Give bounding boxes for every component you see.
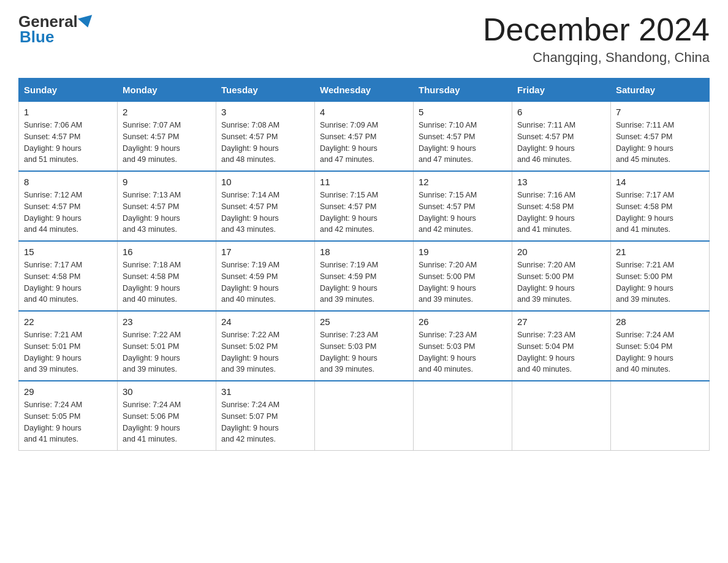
header-cell-wednesday: Wednesday	[315, 79, 414, 102]
day-info: Sunrise: 7:06 AM Sunset: 4:57 PM Dayligh…	[24, 120, 112, 166]
day-info: Sunrise: 7:14 AM Sunset: 4:57 PM Dayligh…	[221, 190, 309, 236]
day-number: 4	[320, 107, 408, 117]
header-row: SundayMondayTuesdayWednesdayThursdayFrid…	[19, 79, 710, 102]
day-number: 7	[616, 107, 704, 117]
logo-blue-text: Blue	[20, 28, 54, 46]
day-cell: 8 Sunrise: 7:12 AM Sunset: 4:57 PM Dayli…	[19, 171, 118, 241]
week-row-4: 22 Sunrise: 7:21 AM Sunset: 5:01 PM Dayl…	[19, 311, 710, 381]
header-cell-friday: Friday	[512, 79, 611, 102]
day-info: Sunrise: 7:17 AM Sunset: 4:58 PM Dayligh…	[24, 259, 112, 305]
day-cell	[315, 381, 414, 451]
day-number: 1	[24, 107, 112, 117]
day-number: 25	[320, 316, 408, 327]
header-cell-sunday: Sunday	[19, 79, 118, 102]
day-number: 16	[123, 247, 211, 257]
day-cell: 29 Sunrise: 7:24 AM Sunset: 5:05 PM Dayl…	[19, 381, 118, 451]
day-cell: 28 Sunrise: 7:24 AM Sunset: 5:04 PM Dayl…	[611, 311, 710, 381]
day-number: 19	[419, 247, 507, 257]
day-info: Sunrise: 7:24 AM Sunset: 5:05 PM Dayligh…	[24, 399, 112, 445]
day-number: 22	[24, 316, 112, 327]
day-cell: 26 Sunrise: 7:23 AM Sunset: 5:03 PM Dayl…	[414, 311, 512, 381]
day-cell: 20 Sunrise: 7:20 AM Sunset: 5:00 PM Dayl…	[512, 241, 611, 311]
day-cell: 23 Sunrise: 7:22 AM Sunset: 5:01 PM Dayl…	[118, 311, 216, 381]
day-number: 12	[419, 177, 507, 187]
day-info: Sunrise: 7:12 AM Sunset: 4:57 PM Dayligh…	[24, 190, 112, 236]
day-info: Sunrise: 7:21 AM Sunset: 5:01 PM Dayligh…	[24, 329, 112, 375]
header-cell-thursday: Thursday	[414, 79, 512, 102]
day-cell	[414, 381, 512, 451]
logo: General Blue	[18, 12, 95, 47]
day-number: 3	[221, 107, 309, 117]
day-cell: 1 Sunrise: 7:06 AM Sunset: 4:57 PM Dayli…	[19, 102, 118, 172]
day-cell	[512, 381, 611, 451]
day-cell: 3 Sunrise: 7:08 AM Sunset: 4:57 PM Dayli…	[216, 102, 315, 172]
calendar-body: 1 Sunrise: 7:06 AM Sunset: 4:57 PM Dayli…	[19, 102, 710, 451]
day-info: Sunrise: 7:23 AM Sunset: 5:04 PM Dayligh…	[517, 329, 605, 375]
day-cell: 5 Sunrise: 7:10 AM Sunset: 4:57 PM Dayli…	[414, 102, 512, 172]
day-cell: 16 Sunrise: 7:18 AM Sunset: 4:58 PM Dayl…	[118, 241, 216, 311]
day-number: 30	[123, 386, 211, 397]
calendar-month-year: December 2024	[483, 12, 710, 47]
day-info: Sunrise: 7:13 AM Sunset: 4:57 PM Dayligh…	[123, 190, 211, 236]
header-cell-tuesday: Tuesday	[216, 79, 315, 102]
week-row-5: 29 Sunrise: 7:24 AM Sunset: 5:05 PM Dayl…	[19, 381, 710, 451]
day-number: 21	[616, 247, 704, 257]
day-number: 28	[616, 316, 704, 327]
day-cell: 19 Sunrise: 7:20 AM Sunset: 5:00 PM Dayl…	[414, 241, 512, 311]
day-cell: 24 Sunrise: 7:22 AM Sunset: 5:02 PM Dayl…	[216, 311, 315, 381]
day-info: Sunrise: 7:23 AM Sunset: 5:03 PM Dayligh…	[320, 329, 408, 375]
day-info: Sunrise: 7:11 AM Sunset: 4:57 PM Dayligh…	[616, 120, 704, 166]
day-cell: 6 Sunrise: 7:11 AM Sunset: 4:57 PM Dayli…	[512, 102, 611, 172]
day-info: Sunrise: 7:08 AM Sunset: 4:57 PM Dayligh…	[221, 120, 309, 166]
day-info: Sunrise: 7:18 AM Sunset: 4:58 PM Dayligh…	[123, 259, 211, 305]
calendar-table: SundayMondayTuesdayWednesdayThursdayFrid…	[18, 78, 710, 451]
day-cell: 12 Sunrise: 7:15 AM Sunset: 4:57 PM Dayl…	[414, 171, 512, 241]
day-info: Sunrise: 7:11 AM Sunset: 4:57 PM Dayligh…	[517, 120, 605, 166]
day-cell: 2 Sunrise: 7:07 AM Sunset: 4:57 PM Dayli…	[118, 102, 216, 172]
day-cell: 30 Sunrise: 7:24 AM Sunset: 5:06 PM Dayl…	[118, 381, 216, 451]
day-info: Sunrise: 7:23 AM Sunset: 5:03 PM Dayligh…	[419, 329, 507, 375]
day-info: Sunrise: 7:16 AM Sunset: 4:58 PM Dayligh…	[517, 190, 605, 236]
day-cell: 10 Sunrise: 7:14 AM Sunset: 4:57 PM Dayl…	[216, 171, 315, 241]
day-number: 26	[419, 316, 507, 327]
day-info: Sunrise: 7:10 AM Sunset: 4:57 PM Dayligh…	[419, 120, 507, 166]
day-number: 5	[419, 107, 507, 117]
day-info: Sunrise: 7:22 AM Sunset: 5:02 PM Dayligh…	[221, 329, 309, 375]
day-cell: 9 Sunrise: 7:13 AM Sunset: 4:57 PM Dayli…	[118, 171, 216, 241]
calendar-location: Changqing, Shandong, China	[483, 50, 710, 66]
day-info: Sunrise: 7:19 AM Sunset: 4:59 PM Dayligh…	[221, 259, 309, 305]
day-number: 29	[24, 386, 112, 397]
week-row-2: 8 Sunrise: 7:12 AM Sunset: 4:57 PM Dayli…	[19, 171, 710, 241]
day-cell: 15 Sunrise: 7:17 AM Sunset: 4:58 PM Dayl…	[19, 241, 118, 311]
day-info: Sunrise: 7:07 AM Sunset: 4:57 PM Dayligh…	[123, 120, 211, 166]
day-number: 27	[517, 316, 605, 327]
day-info: Sunrise: 7:24 AM Sunset: 5:04 PM Dayligh…	[616, 329, 704, 375]
day-cell	[611, 381, 710, 451]
week-row-3: 15 Sunrise: 7:17 AM Sunset: 4:58 PM Dayl…	[19, 241, 710, 311]
day-number: 24	[221, 316, 309, 327]
day-info: Sunrise: 7:19 AM Sunset: 4:59 PM Dayligh…	[320, 259, 408, 305]
day-info: Sunrise: 7:24 AM Sunset: 5:07 PM Dayligh…	[221, 399, 309, 445]
day-cell: 27 Sunrise: 7:23 AM Sunset: 5:04 PM Dayl…	[512, 311, 611, 381]
header-cell-monday: Monday	[118, 79, 216, 102]
week-row-1: 1 Sunrise: 7:06 AM Sunset: 4:57 PM Dayli…	[19, 102, 710, 172]
day-cell: 13 Sunrise: 7:16 AM Sunset: 4:58 PM Dayl…	[512, 171, 611, 241]
calendar-title-block: December 2024 Changqing, Shandong, China	[483, 12, 710, 66]
day-cell: 18 Sunrise: 7:19 AM Sunset: 4:59 PM Dayl…	[315, 241, 414, 311]
day-number: 13	[517, 177, 605, 187]
day-number: 23	[123, 316, 211, 327]
day-number: 9	[123, 177, 211, 187]
day-number: 18	[320, 247, 408, 257]
day-number: 2	[123, 107, 211, 117]
day-number: 31	[221, 386, 309, 397]
day-info: Sunrise: 7:22 AM Sunset: 5:01 PM Dayligh…	[123, 329, 211, 375]
day-number: 14	[616, 177, 704, 187]
day-cell: 22 Sunrise: 7:21 AM Sunset: 5:01 PM Dayl…	[19, 311, 118, 381]
logo-arrow-icon	[78, 15, 95, 29]
day-info: Sunrise: 7:21 AM Sunset: 5:00 PM Dayligh…	[616, 259, 704, 305]
day-cell: 31 Sunrise: 7:24 AM Sunset: 5:07 PM Dayl…	[216, 381, 315, 451]
day-number: 11	[320, 177, 408, 187]
day-info: Sunrise: 7:20 AM Sunset: 5:00 PM Dayligh…	[517, 259, 605, 305]
header-cell-saturday: Saturday	[611, 79, 710, 102]
day-info: Sunrise: 7:15 AM Sunset: 4:57 PM Dayligh…	[419, 190, 507, 236]
